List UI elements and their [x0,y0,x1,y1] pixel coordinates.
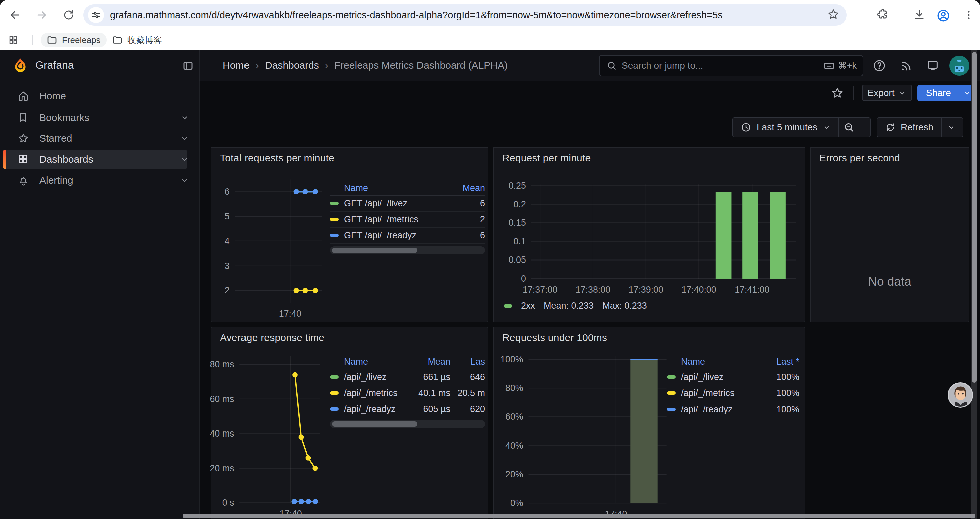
bookmark-folder-freeleaps[interactable]: Freeleaps [41,33,107,48]
sidebar-item-home[interactable]: Home [0,86,200,105]
chevron-down-icon [898,89,906,97]
grafana-logo-icon[interactable] [12,57,29,74]
chevron-down-icon[interactable] [180,176,189,185]
chevron-down-icon[interactable] [180,134,189,143]
sidebar-item-bookmarks[interactable]: Bookmarks [0,108,200,127]
reload-button[interactable] [62,8,75,22]
svg-text:4: 4 [225,236,230,246]
legend-scrollbar[interactable] [330,246,485,254]
svg-text:0.15: 0.15 [509,218,526,228]
breadcrumb-dashboards[interactable]: Dashboards [265,60,319,71]
vertical-scrollbar[interactable] [971,50,977,519]
zoom-out-button[interactable] [838,117,859,137]
site-settings-icon[interactable] [88,7,104,23]
sidebar-item-alerting[interactable]: Alerting [0,171,200,190]
legend-table: Name Mean Las /api/_/livez 661 µs 646 /a… [330,355,485,428]
url-text[interactable]: grafana.mathmast.com/d/deytv4rwavabkb/fr… [110,10,827,21]
panel-errors-per-second: Errors per second No data [810,147,969,322]
help-icon[interactable] [869,50,890,81]
brand-name[interactable]: Grafana [35,59,74,72]
apps-grid-icon[interactable] [7,34,19,46]
floating-assistant-avatar[interactable] [948,382,973,408]
legend-row[interactable]: /api/_/livez 661 µs 646 [330,369,485,385]
svg-text:40 ms: 40 ms [210,428,234,439]
legend-row[interactable]: /api/_/readyz 100% [667,401,799,417]
forward-button[interactable] [35,8,48,22]
time-range-group: Last 5 minutes [732,117,870,137]
user-avatar[interactable] [949,56,969,76]
svg-text:0: 0 [521,273,526,284]
extensions-icon[interactable] [876,8,889,22]
favorite-dashboard-star-icon[interactable] [829,85,845,101]
dashboards-grid-icon [18,153,29,165]
svg-text:60%: 60% [505,412,523,422]
legend-scrollbar[interactable] [330,420,485,428]
actions-divider [853,86,854,99]
breadcrumb-home[interactable]: Home [223,60,250,71]
scrollbar-thumb[interactable] [332,422,417,427]
download-icon[interactable] [913,8,926,22]
search-input[interactable]: Search or jump to... ⌘+k [599,55,863,77]
svg-text:20%: 20% [505,469,523,479]
folder-icon [112,35,123,45]
sidebar-item-label: Dashboards [39,153,94,165]
chevron-down-icon[interactable] [180,155,189,164]
scrollbar-thumb[interactable] [332,248,417,253]
chevron-right-icon: › [250,60,265,71]
svg-text:20 ms: 20 ms [210,463,234,473]
share-button[interactable]: Share [917,85,974,101]
sidebar-item-dashboards[interactable]: Dashboards [0,150,200,169]
time-range-picker[interactable]: Last 5 minutes [757,122,817,133]
export-button[interactable]: Export [862,85,912,101]
clock-icon [740,122,751,133]
legend-header[interactable]: Name Last * [667,355,799,369]
scrollbar-thumb[interactable] [972,52,977,383]
legend-table: Name Mean GET /api/_/livez 6 GET /api/_/… [330,181,485,254]
sidebar-item-starred[interactable]: Starred [0,129,200,148]
panel-average-response-time: Average response time 0 s20 ms40 ms60 ms… [211,327,488,519]
star-icon [18,132,29,144]
legend-header[interactable]: Name Mean [330,181,485,196]
bookmark-label: 收藏博客 [127,34,162,46]
bookmark-folder-blogs[interactable]: 收藏博客 [106,33,168,48]
panel-title[interactable]: Errors per second [819,152,900,164]
legend-row[interactable]: GET /api/_/readyz 6 [330,228,485,244]
svg-text:17:40:00: 17:40:00 [681,284,716,295]
panel-request-per-minute: Request per minute 00.050.10.150.20.2517… [493,147,805,322]
screen: grafana.mathmast.com/d/deytv4rwavabkb/fr… [0,0,980,519]
back-button[interactable] [8,8,22,22]
legend-inline[interactable]: 2xx Mean: 0.233 Max: 0.233 [504,300,647,311]
chevron-down-icon[interactable] [180,113,189,122]
svg-text:17:39:00: 17:39:00 [629,284,663,295]
svg-text:80 ms: 80 ms [210,359,234,369]
sidebar-item-label: Bookmarks [39,112,89,123]
mega-menu-toggle-icon[interactable] [181,59,195,72]
legend-row[interactable]: /api/_/metrics 40.1 ms 20.5 m [330,385,485,401]
legend-row[interactable]: GET /api/_/metrics 2 [330,212,485,228]
refresh-interval-dropdown[interactable] [942,117,961,137]
rss-news-icon[interactable] [895,50,916,81]
refresh-button[interactable]: Refresh [900,122,933,133]
svg-text:0.2: 0.2 [514,200,526,209]
sidebar-item-label: Starred [39,133,72,144]
menu-kebab-icon[interactable] [962,8,975,22]
legend-header[interactable]: Name Mean Las [330,355,485,369]
series-swatch [330,218,339,221]
legend-row[interactable]: /api/_/metrics 100% [667,385,799,401]
url-bar[interactable]: grafana.mathmast.com/d/deytv4rwavabkb/fr… [83,4,846,26]
series-swatch [330,391,339,395]
bookmarks-bar: Freeleaps 收藏博客 [0,30,980,50]
profile-icon[interactable] [936,8,951,23]
monitor-icon[interactable] [922,50,943,81]
legend-row[interactable]: GET /api/_/livez 6 [330,196,485,212]
horizontal-scrollbar[interactable] [183,514,975,518]
svg-text:5: 5 [225,211,230,222]
legend-row[interactable]: /api/_/readyz 605 µs 620 [330,401,485,417]
series-swatch [330,202,339,205]
legend-row[interactable]: /api/_/livez 100% [667,369,799,385]
bookmarks-divider [32,35,33,45]
grafana-app: Grafana Home › Dashboards › Freeleaps Me… [0,50,980,519]
chevron-right-icon: › [319,60,334,71]
bookmark-star-icon[interactable] [827,8,839,22]
svg-text:100%: 100% [500,355,523,364]
